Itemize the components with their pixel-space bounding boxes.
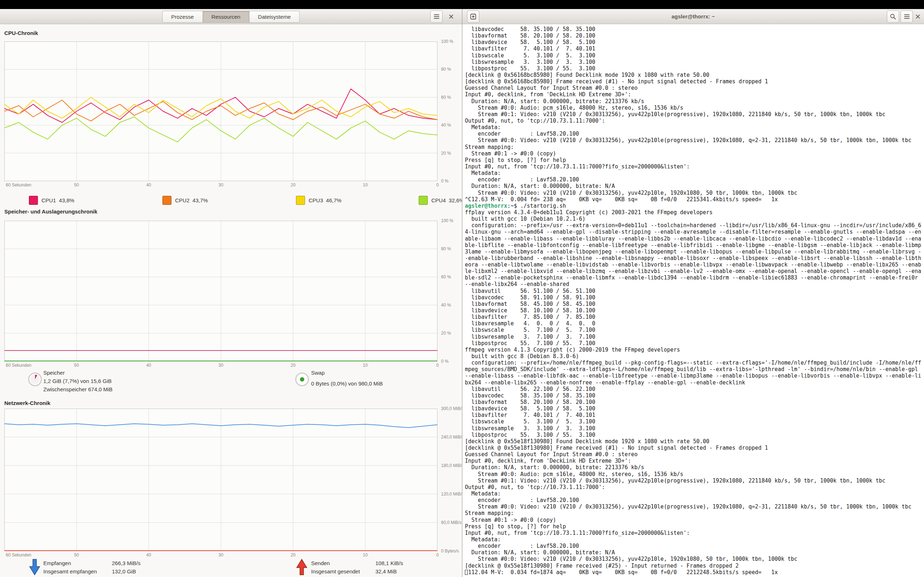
terminal-line: 112.04 M-V: 0.034 fd=1874 aq= 0KB vq= 0K… bbox=[465, 569, 924, 575]
terminal-line: libavcodec 58. 91.100 / 58. 91.100 bbox=[465, 294, 924, 301]
y-axis-label: 60 % bbox=[441, 274, 451, 279]
terminal-line: libavcodec 58. 35.100 / 58. 35.100 bbox=[465, 26, 924, 32]
y-axis-label: 80 % bbox=[441, 67, 451, 72]
terminal-line: Input #0, decklink, from 'DeckLink HD Ex… bbox=[465, 91, 924, 98]
terminal-line: 3lame --enable-libmysofa --enable-libope… bbox=[465, 248, 924, 255]
x-axis-label: 60 Sekunden bbox=[6, 363, 31, 368]
memory-chart-title: Speicher- und Auslagerungschronik bbox=[4, 208, 97, 214]
terminal-line: libavfilter 7. 40.101 / 7. 40.101 bbox=[465, 412, 924, 418]
terminal-line: Stream #0:1: Video: v210 (V210 / 0x30313… bbox=[465, 111, 924, 118]
close-window-button[interactable] bbox=[447, 13, 455, 20]
x-axis-label: 20 bbox=[291, 363, 295, 368]
network-chart-title: Netzwerk-Chronik bbox=[4, 400, 50, 406]
terminal-line: Input #0, decklink, from 'DeckLink HD Ex… bbox=[465, 458, 924, 464]
y-axis-label: 60 % bbox=[441, 95, 451, 100]
upload-arrow-icon bbox=[295, 559, 308, 576]
system-monitor-headerbar: ProzesseRessourcenDateisysteme bbox=[0, 9, 462, 24]
y-axis-label: 0 Bytes/s bbox=[441, 548, 459, 554]
memory-label: Speicher bbox=[43, 370, 65, 376]
terminal-line: Input #0, nut, from 'tcp://10.73.1.11:70… bbox=[465, 530, 924, 536]
terminal-line: Output #0, nut, to 'tcp://10.73.1.11:700… bbox=[465, 484, 924, 490]
terminal-line: Metadata: bbox=[465, 170, 924, 176]
terminal-line: Duration: N/A, start: 0.000000, bitrate:… bbox=[465, 98, 924, 105]
terminal-line: Stream #0:1: Video: v210 (V210 / 0x30313… bbox=[465, 477, 924, 484]
close-icon bbox=[915, 14, 921, 19]
cpu-legend-entry-cpu3[interactable]: CPU3 46,7% bbox=[296, 196, 341, 205]
cpu-legend-entry-cpu2[interactable]: CPU2 43,7% bbox=[162, 196, 208, 205]
terminal-line: libavcodec 58. 35.100 / 58. 35.100 bbox=[465, 392, 924, 399]
terminal-line: libavdevice 58. 5.100 / 58. 5.100 bbox=[465, 39, 924, 45]
terminal-line: Duration: N/A, start: 0.000000, bitrate:… bbox=[465, 549, 924, 556]
y-axis-label: 240,0 MiB/s bbox=[441, 435, 464, 440]
x-axis-label: 10 bbox=[363, 182, 367, 187]
swap-gauge-icon bbox=[295, 372, 309, 386]
terminal-line: bx264 --enable-libx265 --enable-nonfree … bbox=[465, 379, 924, 386]
terminal-line: libavdevice 58. 10.100 / 58. 10.100 bbox=[465, 307, 924, 314]
search-button[interactable] bbox=[887, 10, 899, 23]
new-tab-button[interactable] bbox=[467, 10, 479, 23]
color-swatch[interactable] bbox=[419, 196, 428, 205]
terminal-line: libswresample 3. 3.100 / 3. 3.100 bbox=[465, 59, 924, 65]
app-menu-button[interactable] bbox=[430, 10, 443, 23]
hamburger-menu-icon bbox=[904, 15, 909, 19]
terminal-line: ble-libflite --enable-libfontconfig --en… bbox=[465, 242, 924, 248]
tab-ressourcen[interactable]: Ressourcen bbox=[203, 11, 249, 23]
y-axis-label: 100 % bbox=[441, 218, 453, 223]
x-axis-label: 10 bbox=[363, 553, 367, 558]
cpu-legend: CPU1 43,8%CPU2 43,7%CPU3 46,7%CPU4 32,6% bbox=[0, 196, 462, 206]
terminal-line: Metadata: bbox=[465, 124, 924, 131]
terminal-line: -enable-librubberband --enable-libshine … bbox=[465, 255, 924, 261]
tab-prozesse[interactable]: Prozesse bbox=[162, 11, 203, 23]
close-terminal-button[interactable] bbox=[914, 13, 921, 20]
terminal-line: libswresample 3. 7.100 / 3. 7.100 bbox=[465, 334, 924, 340]
y-axis-label: 60,0 MiB/s bbox=[441, 520, 462, 525]
terminal-window: agsler@thorrx: ~ libavcodec 58. 35.100 /… bbox=[462, 9, 924, 577]
net-plot bbox=[4, 409, 438, 551]
terminal-line: [decklink @ 0x56168bc85980] Frame receiv… bbox=[465, 78, 924, 85]
terminal-line: [decklink @ 0x55e18f130980] Frame receiv… bbox=[465, 562, 924, 569]
terminal-line: Stream #0:0: Audio: pcm_s16le, 48000 Hz,… bbox=[465, 471, 924, 477]
y-axis-label: 120,0 MiB/s bbox=[441, 492, 464, 496]
terminal-line: libpostproc 55. 7.100 / 55. 7.100 bbox=[465, 340, 924, 347]
color-swatch[interactable] bbox=[162, 196, 171, 205]
cpu-legend-entry-cpu1[interactable]: CPU1 43,8% bbox=[29, 196, 74, 205]
terminal-line: Stream #0:1 -> #0:0 (copy) bbox=[465, 150, 924, 157]
terminal-output[interactable]: libavcodec 58. 35.100 / 58. 35.100 libav… bbox=[462, 24, 924, 577]
x-axis-label: 40 bbox=[146, 553, 151, 558]
terminal-line: Metadata: bbox=[465, 490, 924, 497]
x-axis-label: 20 bbox=[291, 182, 295, 187]
terminal-line: libswresample 3. 3.100 / 3. 3.100 bbox=[465, 425, 924, 432]
tab-dateisysteme[interactable]: Dateisysteme bbox=[249, 11, 300, 23]
memory-gauge-icon bbox=[28, 372, 42, 386]
network-recv-total-label: Insgesamt empfangen bbox=[43, 568, 97, 574]
cpu-chart-title: CPU-Chronik bbox=[4, 30, 38, 36]
terminal-menu-button[interactable] bbox=[901, 10, 913, 23]
y-axis-label: 100 % bbox=[441, 39, 453, 44]
terminal-line: built with gcc 10 (Debian 10.2.1-6) bbox=[465, 216, 924, 222]
x-axis-label: 30 bbox=[218, 182, 223, 187]
cpu-legend-text: CPU4 32,6% bbox=[431, 197, 464, 203]
x-axis-label: 40 bbox=[146, 363, 151, 368]
terminal-line: ^C12.63 M-V: 0.004 fd= 238 aq= 0KB vq= 0… bbox=[465, 196, 924, 203]
terminal-line: ffplay version 4.3.4-0+deb11u1 Copyright… bbox=[465, 209, 924, 216]
terminal-line: Duration: N/A, start: 0.000000, bitrate:… bbox=[465, 464, 924, 471]
search-icon bbox=[890, 13, 896, 20]
cpu-legend-text: CPU1 43,8% bbox=[42, 197, 74, 203]
x-axis-label: 40 bbox=[146, 182, 151, 187]
terminal-line: [decklink @ 0x55e18f130980] Frame receiv… bbox=[465, 445, 924, 451]
terminal-line: Guessed Channel Layout for Input Stream … bbox=[465, 451, 924, 458]
terminal-line: libavutil 56. 51.100 / 56. 51.100 bbox=[465, 288, 924, 294]
close-icon bbox=[448, 14, 454, 19]
color-swatch[interactable] bbox=[29, 196, 38, 205]
terminal-line: libpostproc 55. 3.100 / 55. 3.100 bbox=[465, 65, 924, 72]
terminal-line: Guessed Channel Layout for Input Stream … bbox=[465, 85, 924, 91]
x-axis-label: 20 bbox=[291, 553, 295, 558]
terminal-line: Output #0, nut, to 'tcp://10.73.1.11:700… bbox=[465, 118, 924, 124]
new-tab-icon bbox=[470, 13, 477, 20]
terminal-line: libavformat 58. 20.100 / 58. 20.100 bbox=[465, 32, 924, 39]
color-swatch[interactable] bbox=[296, 196, 305, 205]
terminal-line: encoder : Lavf58.20.100 bbox=[465, 131, 924, 137]
terminal-line: libswscale 5. 3.100 / 5. 3.100 bbox=[465, 52, 924, 59]
terminal-line: --enable-libass --enable-libfdk-aac --en… bbox=[465, 372, 924, 379]
cpu-legend-entry-cpu4[interactable]: CPU4 32,6% bbox=[419, 196, 464, 205]
